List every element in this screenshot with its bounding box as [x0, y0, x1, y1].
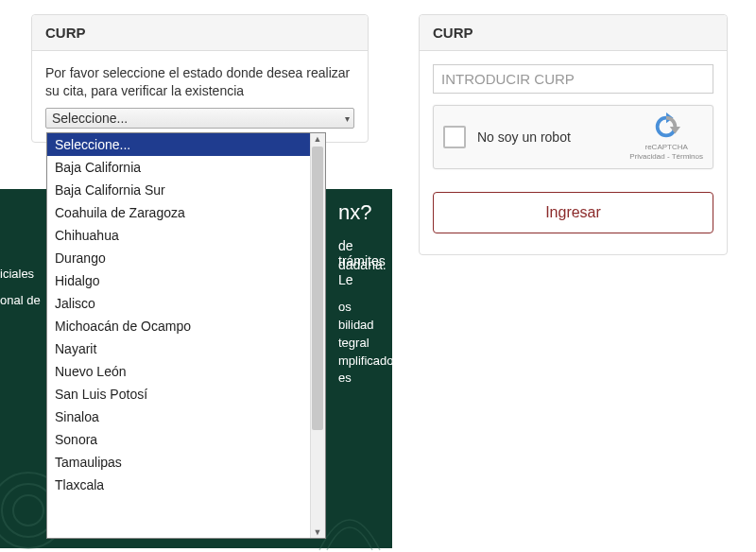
state-select-value: Seleccione...: [52, 111, 128, 126]
panel-body: Por favor seleccione el estado donde des…: [32, 51, 368, 142]
background-list-fragments: os bilidad tegral mplificado es: [338, 299, 394, 388]
curp-input-panel: CURP No soy un robot reCAPTCHA Privacida…: [419, 14, 728, 255]
submit-button[interactable]: Ingresar: [433, 192, 713, 233]
dropdown-option[interactable]: Sonora: [47, 428, 325, 451]
background-heading: nx?: [338, 200, 371, 225]
dropdown-option[interactable]: San Luis Potosí: [47, 383, 325, 405]
dropdown-option[interactable]: Tlaxcala: [47, 474, 325, 496]
background-list-item: tegral: [338, 335, 394, 353]
dropdown-option[interactable]: Nuevo León: [47, 360, 325, 383]
dropdown-option[interactable]: Durango: [47, 247, 325, 269]
background-text-fragment: iciales: [0, 267, 34, 281]
panel-title: CURP: [420, 15, 727, 51]
background-list-item: mplificado: [338, 353, 394, 371]
dropdown-option[interactable]: Tamaulipas: [47, 451, 325, 474]
state-dropdown-list[interactable]: Seleccione...Baja CaliforniaBaja Califor…: [46, 132, 326, 539]
dropdown-option[interactable]: Jalisco: [47, 292, 325, 315]
background-text-fragment: dadana. Le: [338, 257, 392, 287]
background-list-item: bilidad: [338, 317, 394, 335]
dropdown-option[interactable]: Sinaloa: [47, 405, 325, 428]
recaptcha-icon: [652, 112, 680, 141]
scroll-up-icon[interactable]: ▲: [310, 134, 325, 144]
background-list-item: es: [338, 370, 394, 388]
svg-point-2: [13, 495, 43, 526]
dropdown-option[interactable]: Chihuahua: [47, 224, 325, 247]
dropdown-option[interactable]: Michoacán de Ocampo: [47, 315, 325, 337]
dropdown-option[interactable]: Seleccione...: [47, 133, 325, 156]
dropdown-scrollbar[interactable]: ▲ ▼: [310, 133, 325, 538]
chevron-down-icon: ▾: [345, 112, 350, 123]
dropdown-option[interactable]: Coahuila de Zaragoza: [47, 201, 325, 224]
instruction-text: Por favor seleccione el estado donde des…: [45, 64, 354, 100]
curp-state-panel: CURP Por favor seleccione el estado dond…: [31, 14, 369, 143]
recaptcha-label: No soy un robot: [477, 129, 629, 145]
background-list-item: os: [338, 299, 394, 317]
state-select[interactable]: Seleccione... ▾: [45, 108, 354, 129]
recaptcha-checkbox[interactable]: [443, 126, 466, 148]
background-text-fragment: onal de: [0, 293, 41, 307]
scrollbar-thumb[interactable]: [312, 147, 323, 430]
recaptcha-branding: reCAPTCHA Privacidad - Términos: [629, 112, 703, 162]
recaptcha-widget: No soy un robot reCAPTCHA Privacidad - T…: [433, 105, 713, 169]
dropdown-option[interactable]: Baja California Sur: [47, 179, 325, 201]
panel-title: CURP: [32, 15, 368, 51]
dropdown-option[interactable]: Hidalgo: [47, 269, 325, 292]
scroll-down-icon[interactable]: ▼: [310, 527, 325, 537]
dropdown-option[interactable]: Nayarit: [47, 337, 325, 360]
dropdown-option[interactable]: Baja California: [47, 156, 325, 179]
recaptcha-brand-text: reCAPTCHA: [629, 143, 703, 152]
panel-body: No soy un robot reCAPTCHA Privacidad - T…: [420, 51, 727, 254]
recaptcha-terms-link[interactable]: Privacidad - Términos: [629, 152, 703, 162]
curp-input[interactable]: [433, 64, 713, 94]
